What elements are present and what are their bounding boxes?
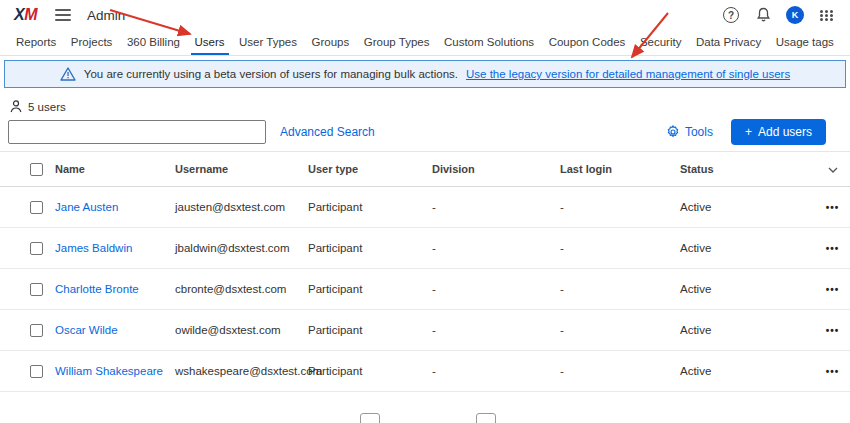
tab-usage-tags[interactable]: Usage tags [772,30,838,55]
user-count-label: 5 users [28,101,66,113]
topbar-right: ? K [722,6,836,24]
app-grid-icon[interactable] [818,6,836,24]
tab-group-types[interactable]: Group Types [360,30,434,55]
admin-users-page: XM Admin ? K ReportsProjects360 BillingU… [0,0,850,423]
row-actions-menu[interactable]: ••• [826,325,840,336]
tab-data-privacy[interactable]: Data Privacy [692,30,765,55]
user-username: jbaldwin@dsxtest.com [175,242,308,254]
tab-users[interactable]: Users [191,30,229,55]
user-type: Participant [308,283,432,295]
col-header-username: Username [175,163,308,175]
user-last-login: - [560,324,680,336]
topbar: XM Admin ? K [0,0,850,30]
user-status: Active [680,283,815,295]
user-division: - [432,201,560,213]
tab-projects[interactable]: Projects [67,30,117,55]
page-title: Admin [87,8,125,23]
legacy-version-link[interactable]: Use the legacy version for detailed mana… [466,68,790,80]
search-input[interactable] [8,120,266,144]
row-actions-menu[interactable]: ••• [826,366,840,377]
tab-user-types[interactable]: User Types [235,30,301,55]
gear-icon [666,125,680,139]
user-count-row: 5 users [0,88,850,113]
user-last-login: - [560,283,680,295]
select-all-checkbox[interactable] [30,163,43,176]
pagination-next-button[interactable] [476,413,496,423]
table-row: Oscar Wildeowilde@dsxtest.comParticipant… [0,310,850,351]
table-header-row: Name Username User type Division Last lo… [0,151,850,187]
beta-banner: You are currently using a beta version o… [4,60,846,88]
user-division: - [432,242,560,254]
user-last-login: - [560,242,680,254]
warning-triangle-icon [60,67,76,81]
user-last-login: - [560,365,680,377]
add-users-label: Add users [758,125,812,139]
user-name-link[interactable]: Jane Austen [55,201,175,213]
toolbar: Advanced Search Tools + Add users [0,113,850,145]
users-table-body: Jane Austenjausten@dsxtest.comParticipan… [0,187,850,392]
row-actions-menu[interactable]: ••• [826,284,840,295]
add-users-button[interactable]: + Add users [731,119,826,145]
tab-reports[interactable]: Reports [12,30,60,55]
user-type: Participant [308,201,432,213]
user-type: Participant [308,365,432,377]
user-avatar[interactable]: K [786,6,804,24]
row-checkbox[interactable] [30,283,43,296]
tools-button-label: Tools [685,125,713,139]
table-row: James Baldwinjbaldwin@dsxtest.comPartici… [0,228,850,269]
plus-icon: + [745,125,752,139]
user-name-link[interactable]: Oscar Wilde [55,324,175,336]
user-username: wshakespeare@dsxtest.com [175,365,308,377]
row-checkbox[interactable] [30,242,43,255]
toolbar-right: Tools + Add users [666,119,826,145]
pagination-prev-button[interactable] [360,413,380,423]
user-name-link[interactable]: Charlotte Bronte [55,283,175,295]
chevron-down-icon[interactable] [828,163,838,175]
tab-360-billing[interactable]: 360 Billing [123,30,184,55]
table-row: William Shakespearewshakespeare@dsxtest.… [0,351,850,392]
user-status: Active [680,324,815,336]
table-row: Charlotte Brontecbronte@dsxtest.comParti… [0,269,850,310]
user-type: Participant [308,324,432,336]
col-header-division: Division [432,163,560,175]
row-checkbox[interactable] [30,324,43,337]
col-header-user-type: User type [308,163,432,175]
tab-groups[interactable]: Groups [308,30,354,55]
advanced-search-link[interactable]: Advanced Search [280,125,375,139]
col-header-name: Name [55,163,175,175]
row-checkbox[interactable] [30,365,43,378]
col-header-status: Status [680,163,815,175]
user-division: - [432,283,560,295]
notifications-bell-icon[interactable] [754,6,772,24]
row-actions-menu[interactable]: ••• [826,202,840,213]
user-username: cbronte@dsxtest.com [175,283,308,295]
user-username: jausten@dsxtest.com [175,201,308,213]
nav-tabs: ReportsProjects360 BillingUsersUser Type… [0,30,850,56]
hamburger-menu-icon[interactable] [55,6,71,24]
user-name-link[interactable]: William Shakespeare [55,365,175,377]
banner-text: You are currently using a beta version o… [84,68,458,80]
user-name-link[interactable]: James Baldwin [55,242,175,254]
tab-coupon-codes[interactable]: Coupon Codes [545,30,630,55]
tab-custom-solutions[interactable]: Custom Solutions [440,30,538,55]
help-icon[interactable]: ? [722,6,740,24]
user-username: owilde@dsxtest.com [175,324,308,336]
table-row: Jane Austenjausten@dsxtest.comParticipan… [0,187,850,228]
user-status: Active [680,365,815,377]
person-icon [10,100,22,113]
row-checkbox[interactable] [30,201,43,214]
row-actions-menu[interactable]: ••• [826,243,840,254]
users-table: Name Username User type Division Last lo… [0,151,850,392]
user-last-login: - [560,201,680,213]
user-type: Participant [308,242,432,254]
user-division: - [432,365,560,377]
tools-button[interactable]: Tools [666,125,713,139]
user-division: - [432,324,560,336]
tab-security[interactable]: Security [636,30,686,55]
user-status: Active [680,201,815,213]
col-header-last-login: Last login [560,163,680,175]
user-status: Active [680,242,815,254]
xm-logo: XM [14,6,37,24]
